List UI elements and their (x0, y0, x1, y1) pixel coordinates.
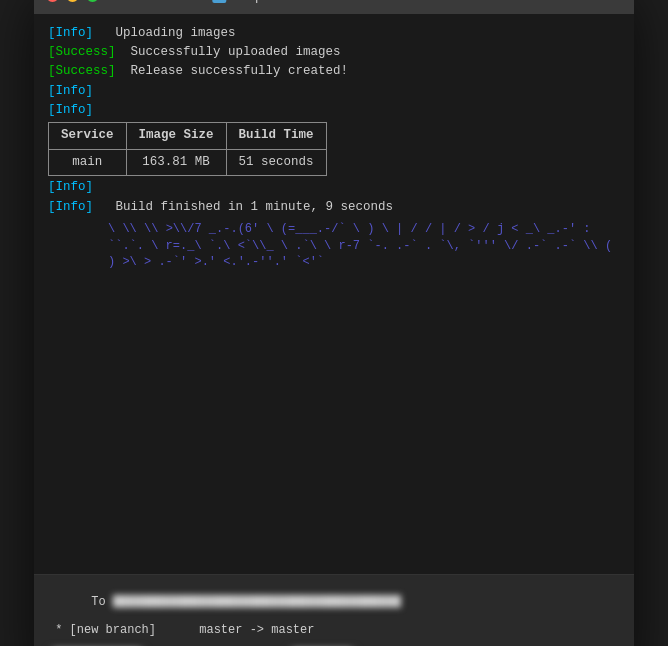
log-line-4: [Info] (48, 82, 620, 101)
info-label: [Info] (48, 84, 93, 98)
cell-build-time: 51 seconds (226, 149, 326, 175)
info-label: [Info] (48, 103, 93, 117)
maximize-button[interactable] (86, 0, 99, 2)
log-line-3: [Success] Release successfully created! (48, 62, 620, 81)
success-label: [Success] (48, 45, 116, 59)
bottom-bar: To █████████████████████████████████████… (34, 574, 634, 643)
terminal-window: simple-server-node — -bash — 78×36 [Info… (34, 0, 634, 646)
close-button[interactable] (46, 0, 59, 2)
ascii-art: \ \\ \\ >\\/7 _.-.(6' \ (=___.-/` \ ) \ … (108, 221, 620, 271)
info-label: [Info] (48, 180, 93, 194)
col-service: Service (49, 123, 127, 149)
traffic-lights (46, 0, 99, 2)
prompt-line: ████████████ :simple-server-node ███████… (34, 643, 634, 647)
cell-service: main (49, 149, 127, 175)
to-line: To █████████████████████████████████████… (48, 581, 620, 623)
table-line: [Info] Service Image Size Build Time mai… (48, 101, 620, 176)
log-line-5: [Info] (48, 178, 620, 197)
log-line-1: [Info] Uploading images (48, 24, 620, 43)
info-label: [Info] (48, 200, 93, 214)
log-line-6: [Info] Build finished in 1 minute, 9 sec… (48, 198, 620, 217)
cell-image-size: 163.81 MB (126, 149, 226, 175)
minimize-button[interactable] (66, 0, 79, 2)
info-label: [Info] (48, 26, 93, 40)
col-image-size: Image Size (126, 123, 226, 149)
terminal-body[interactable]: [Info] Uploading images [Success] Succes… (34, 14, 634, 574)
blurred-url: ████████████████████████████████████████ (113, 595, 401, 609)
titlebar: simple-server-node — -bash — 78×36 (34, 0, 634, 14)
branch-line: * [new branch] master -> master (48, 623, 620, 637)
to-label: To (91, 595, 113, 609)
log-line-2: [Success] Successfully uploaded images (48, 43, 620, 62)
window-title: simple-server-node — -bash — 78×36 (212, 0, 455, 3)
col-build-time: Build Time (226, 123, 326, 149)
build-table: Service Image Size Build Time main 163.8… (48, 122, 327, 176)
terminal-icon (212, 0, 226, 3)
table-row: main 163.81 MB 51 seconds (49, 149, 327, 175)
success-label: [Success] (48, 64, 116, 78)
